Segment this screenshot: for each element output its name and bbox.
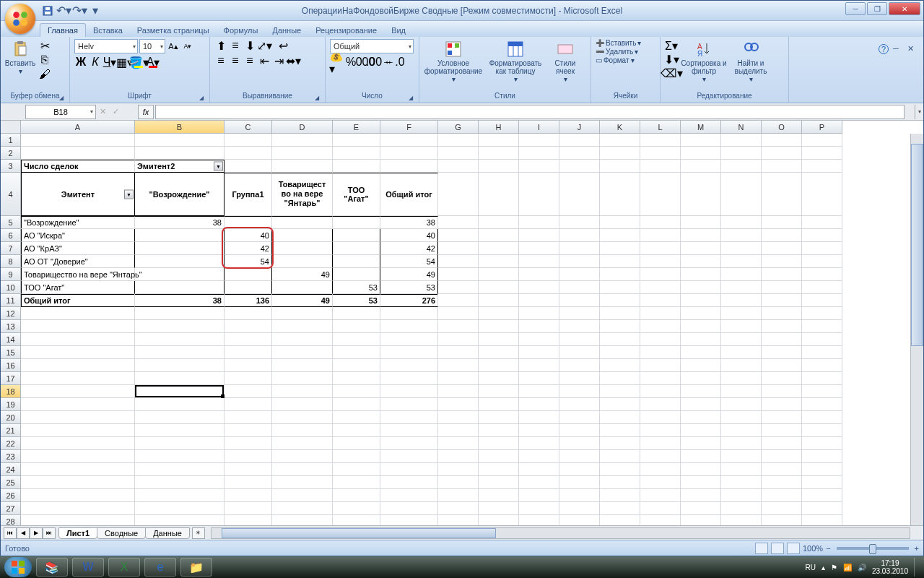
row-header[interactable]: 1: [1, 134, 21, 147]
cell[interactable]: [479, 450, 519, 463]
cell[interactable]: [762, 255, 802, 268]
cell[interactable]: [272, 147, 333, 160]
cell[interactable]: [333, 502, 380, 515]
redo-icon[interactable]: ↷▾: [73, 4, 86, 17]
cell[interactable]: [681, 346, 721, 359]
cell[interactable]: [333, 216, 380, 229]
cell[interactable]: [600, 424, 640, 437]
cell[interactable]: [519, 229, 559, 242]
cell[interactable]: [380, 489, 438, 502]
cell[interactable]: [559, 333, 600, 346]
cell[interactable]: [438, 515, 479, 525]
cell[interactable]: [762, 359, 802, 372]
cell[interactable]: [640, 160, 681, 173]
cell[interactable]: [380, 476, 438, 489]
cell[interactable]: [135, 229, 225, 242]
cell[interactable]: [333, 268, 380, 281]
cell[interactable]: [272, 476, 333, 489]
row-header[interactable]: 12: [1, 307, 21, 320]
align-middle-icon[interactable]: ≡: [229, 39, 242, 52]
row-header[interactable]: 5: [1, 216, 21, 229]
align-left-icon[interactable]: ≡: [214, 54, 227, 67]
cell[interactable]: [380, 160, 438, 173]
cell[interactable]: [721, 489, 762, 502]
cell[interactable]: [802, 255, 842, 268]
cell[interactable]: [762, 229, 802, 242]
cell[interactable]: [600, 450, 640, 463]
cell[interactable]: [519, 160, 559, 173]
name-box[interactable]: B18: [25, 105, 96, 119]
cell[interactable]: [135, 372, 225, 385]
cell[interactable]: [802, 216, 842, 229]
ribbon-tab-вставка[interactable]: Вставка: [86, 24, 130, 37]
zoom-out-icon[interactable]: −: [826, 544, 830, 553]
cell[interactable]: [135, 437, 225, 450]
fill-color-icon[interactable]: 🪣▾: [132, 56, 145, 69]
cell[interactable]: [333, 450, 380, 463]
cell[interactable]: [225, 147, 272, 160]
cell[interactable]: [559, 359, 600, 372]
clock[interactable]: 17:19 23.03.2010: [872, 559, 908, 575]
cell[interactable]: [681, 147, 721, 160]
decrease-indent-icon[interactable]: ⇤: [258, 54, 271, 67]
row-header[interactable]: 23: [1, 450, 21, 463]
fill-icon[interactable]: ⬇▾: [665, 53, 678, 66]
cell[interactable]: [559, 411, 600, 424]
column-header[interactable]: P: [802, 121, 842, 134]
grow-font-icon[interactable]: A▴: [167, 40, 180, 53]
cell[interactable]: [762, 385, 802, 398]
cell[interactable]: [681, 216, 721, 229]
row-header[interactable]: 11: [1, 294, 21, 307]
cell[interactable]: [135, 411, 225, 424]
cell[interactable]: [681, 320, 721, 333]
cell[interactable]: [479, 320, 519, 333]
increase-indent-icon[interactable]: ⇥: [272, 54, 285, 67]
cell[interactable]: [802, 437, 842, 450]
cell[interactable]: [721, 294, 762, 307]
cell[interactable]: [479, 229, 519, 242]
cell[interactable]: [559, 173, 600, 216]
cell[interactable]: [135, 476, 225, 489]
cell[interactable]: [640, 216, 681, 229]
cell[interactable]: [802, 333, 842, 346]
cell[interactable]: [519, 294, 559, 307]
cell[interactable]: [21, 463, 135, 476]
row-header[interactable]: 26: [1, 489, 21, 502]
cell[interactable]: [640, 359, 681, 372]
number-format-combo[interactable]: Общий: [330, 39, 414, 53]
cell[interactable]: [225, 268, 272, 281]
cell[interactable]: [438, 281, 479, 294]
cell[interactable]: [802, 372, 842, 385]
cell[interactable]: [225, 398, 272, 411]
cell[interactable]: [438, 489, 479, 502]
row-header[interactable]: 24: [1, 463, 21, 476]
cell[interactable]: [681, 268, 721, 281]
cell[interactable]: [519, 333, 559, 346]
cell[interactable]: "Возрождение": [135, 173, 225, 216]
cell[interactable]: [225, 160, 272, 173]
cell[interactable]: [272, 385, 333, 398]
cell[interactable]: [479, 385, 519, 398]
cell[interactable]: [681, 476, 721, 489]
cell[interactable]: [333, 437, 380, 450]
cell[interactable]: [21, 489, 135, 502]
formula-input[interactable]: [155, 105, 905, 119]
cell[interactable]: [600, 346, 640, 359]
cell[interactable]: [600, 281, 640, 294]
cut-icon[interactable]: ✂: [38, 39, 51, 52]
cell[interactable]: [721, 268, 762, 281]
close-button[interactable]: ✕: [889, 2, 920, 15]
cell[interactable]: [802, 359, 842, 372]
cell[interactable]: [721, 255, 762, 268]
cell[interactable]: [640, 320, 681, 333]
cell[interactable]: [21, 424, 135, 437]
cell[interactable]: [600, 216, 640, 229]
conditional-format-button[interactable]: Условное форматирование▾: [424, 39, 483, 83]
ribbon-tab-главная[interactable]: Главная: [40, 23, 86, 37]
cell[interactable]: [802, 424, 842, 437]
cell[interactable]: [721, 411, 762, 424]
cell[interactable]: [762, 268, 802, 281]
cell[interactable]: [681, 515, 721, 525]
qat-customize-icon[interactable]: ▾: [89, 4, 102, 17]
cell[interactable]: [519, 134, 559, 147]
